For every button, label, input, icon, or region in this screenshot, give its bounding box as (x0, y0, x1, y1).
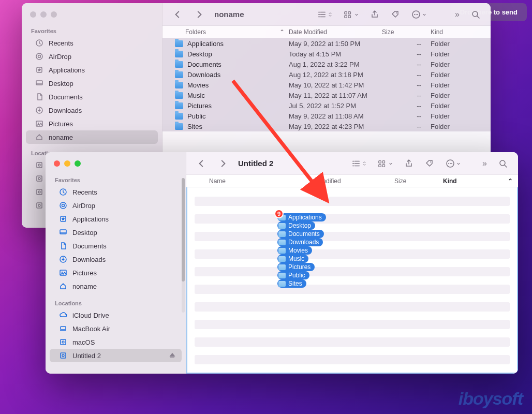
tags-button[interactable] (422, 157, 437, 170)
sidebar-item-airdrop[interactable]: AirDrop (50, 199, 182, 212)
scrollbar-thumb[interactable] (182, 178, 185, 282)
close-button[interactable] (54, 160, 60, 167)
locations-label: Locations (46, 297, 186, 308)
group-button[interactable] (375, 157, 396, 170)
sidebar-item-icloud-drive[interactable]: iCloud Drive (50, 308, 182, 322)
scrollbar[interactable] (182, 178, 185, 313)
share-button[interactable] (401, 157, 417, 170)
drag-item-label: Movies (288, 247, 308, 254)
folder-icon (278, 264, 286, 270)
file-name: Downloads (187, 71, 220, 79)
svg-point-1 (36, 53, 42, 60)
zoom-button[interactable] (51, 11, 57, 18)
sidebar-item-desktop[interactable]: Desktop (26, 77, 158, 90)
col-size[interactable]: Size (382, 28, 431, 36)
favorites-label: Favorites (46, 174, 186, 185)
column-header[interactable]: Name te Modified Size Kind⌃ (186, 175, 518, 187)
svg-rect-41 (379, 164, 381, 167)
forward-button[interactable] (215, 157, 231, 170)
sidebar-item-pictures[interactable]: Pictures (50, 266, 182, 279)
sidebar-item-noname[interactable]: noname (26, 130, 158, 144)
folder-icon (278, 248, 286, 254)
folder-icon (175, 40, 183, 47)
generic-icon (35, 188, 43, 196)
doc-icon (59, 242, 67, 250)
share-button[interactable] (367, 8, 382, 21)
overflow-button[interactable]: » (441, 8, 463, 21)
minimize-button[interactable] (64, 160, 70, 167)
sidebar-item-desktop[interactable]: Desktop (50, 226, 182, 239)
placeholder-row (195, 320, 510, 329)
sidebar-item-documents[interactable]: Documents (26, 90, 158, 103)
group-button[interactable] (341, 8, 362, 21)
svg-point-36 (62, 341, 64, 343)
sidebar-item-label: noname (49, 134, 73, 141)
zoom-button[interactable] (75, 160, 81, 167)
back-button[interactable] (170, 8, 185, 21)
table-row[interactable]: PublicMay 9, 2022 at 11:08 AM--Folder (162, 111, 491, 121)
view-list-button[interactable] (348, 157, 370, 170)
file-name: Sites (187, 123, 202, 130)
search-button[interactable] (495, 157, 511, 170)
sidebar-item-downloads[interactable]: Downloads (50, 253, 182, 266)
view-list-button[interactable] (314, 8, 335, 21)
sidebar-item-downloads[interactable]: Downloads (26, 103, 158, 117)
col-kind[interactable]: Kind⌃ (443, 178, 518, 185)
table-row[interactable]: ApplicationsMay 9, 2022 at 1:50 PM--Fold… (162, 38, 491, 49)
drop-target-area[interactable] (186, 187, 518, 374)
column-header[interactable]: Folders⌃ Date Modified Size Kind (162, 26, 491, 38)
table-row[interactable]: DesktopToday at 4:15 PM--Folder (162, 49, 491, 59)
overflow-button[interactable]: » (479, 157, 490, 170)
sidebar-item-macbook-air[interactable]: MacBook Air (50, 322, 182, 335)
window-controls[interactable] (22, 8, 162, 25)
sidebar-item-recents[interactable]: Recents (50, 185, 182, 199)
file-name: Public (187, 112, 205, 120)
eject-icon[interactable] (168, 351, 176, 360)
col-date[interactable]: Date Modified (289, 28, 382, 36)
table-row[interactable]: DocumentsAug 1, 2022 at 3:22 PM--Folder (162, 59, 491, 69)
col-name[interactable]: Name (209, 178, 311, 185)
svg-point-27 (60, 202, 66, 209)
col-kind[interactable]: Kind (431, 28, 491, 36)
search-button[interactable] (468, 8, 483, 21)
svg-rect-16 (345, 11, 347, 14)
back-button[interactable] (194, 157, 209, 170)
close-button[interactable] (30, 11, 36, 18)
drag-item-label: Downloads (288, 239, 319, 246)
window-controls[interactable] (46, 157, 186, 174)
table-row[interactable]: MoviesMay 10, 2022 at 1:42 PM--Folder (162, 80, 491, 90)
col-size[interactable]: Size (394, 178, 443, 185)
desktop-icon (35, 79, 43, 87)
table-row[interactable]: DownloadsAug 12, 2022 at 3:18 PM--Folder (162, 69, 491, 80)
sidebar-item-recents[interactable]: Recents (26, 36, 158, 50)
sidebar-item-airdrop[interactable]: AirDrop (26, 50, 158, 63)
placeholder-row (195, 197, 510, 206)
sidebar-item-pictures[interactable]: Pictures (26, 117, 158, 130)
folder-icon (175, 61, 183, 68)
svg-point-28 (62, 204, 65, 207)
file-size: -- (382, 112, 431, 120)
placeholder-row (195, 214, 510, 224)
placeholder-row (195, 285, 510, 294)
sidebar-item-noname[interactable]: noname (50, 279, 182, 293)
tags-button[interactable] (388, 8, 403, 21)
svg-point-9 (38, 164, 40, 166)
minimize-button[interactable] (40, 11, 47, 18)
col-date[interactable]: te Modified (311, 178, 394, 185)
table-row[interactable]: MusicMay 11, 2022 at 11:07 AM--Folder (162, 90, 491, 100)
col-folders[interactable]: Folders⌃ (185, 28, 289, 36)
file-date: Aug 12, 2022 at 3:18 PM (289, 71, 382, 79)
table-row[interactable]: SitesMay 19, 2022 at 4:23 PM--Folder (162, 121, 491, 131)
clock-icon (35, 39, 43, 47)
sidebar-item-documents[interactable]: Documents (50, 239, 182, 253)
sidebar-item-applications[interactable]: Applications (50, 212, 182, 226)
sidebar-item-macos[interactable]: macOS (50, 335, 182, 349)
watermark-logo: iBoysoft (459, 389, 523, 409)
sidebar-item-untitled-2[interactable]: Untitled 2 (50, 349, 182, 362)
forward-button[interactable] (191, 8, 207, 21)
drag-ghost-item: Public (277, 271, 309, 279)
action-button[interactable] (408, 8, 430, 21)
sidebar-item-applications[interactable]: Applications (26, 63, 158, 77)
table-row[interactable]: PicturesJul 5, 2022 at 1:52 PM--Folder (162, 100, 491, 111)
action-button[interactable] (442, 157, 464, 170)
